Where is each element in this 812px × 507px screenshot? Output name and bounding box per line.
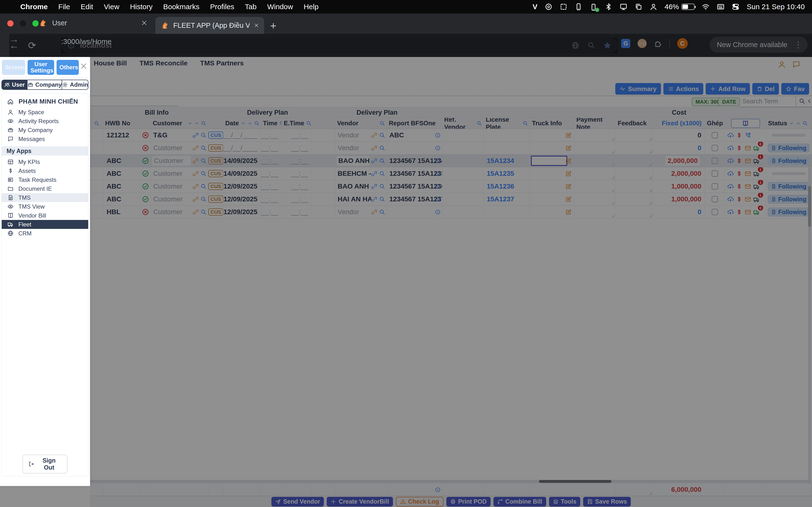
user-menu-list: My SpaceActivity ReportsMy CompanyMessag… [2, 108, 88, 144]
minimize-window-button[interactable] [20, 20, 26, 26]
display-icon[interactable] [620, 3, 627, 11]
my-apps-list: My KPIsAssetsTask RequestsDocument IETMS… [2, 157, 88, 238]
fleet-app: House BillTMS ReconcileTMS Partners Summ… [0, 57, 812, 507]
tab-user-title: User [52, 19, 67, 27]
app-item-tms-view[interactable]: TMS View [2, 202, 88, 211]
user-settings-sidebar: Screens User Settings Others UserCompany… [0, 57, 90, 486]
fast-user-switch-icon[interactable] [650, 3, 657, 11]
web-content: House BillTMS ReconcileTMS Partners Summ… [0, 57, 812, 507]
window-controls [7, 20, 39, 26]
profile-name: PHẠM MINH CHIẾN [18, 98, 78, 105]
macos-menu-bar: Chrome FileEditViewHistoryBookmarksProfi… [0, 0, 812, 13]
logout-icon [28, 461, 34, 467]
chat-icon [7, 136, 13, 142]
app-item-tms[interactable]: TMS [2, 193, 88, 202]
phone-device-icon[interactable] [575, 3, 582, 11]
modal-dim-overlay[interactable] [0, 57, 812, 507]
sidebar-item-activity-reports[interactable]: Activity Reports [2, 117, 88, 125]
wifi-icon[interactable] [702, 3, 710, 11]
menu-bar-status: V ✓ 46% Sun 21 Sep 10:40 [532, 2, 812, 11]
eye-icon [7, 204, 13, 210]
menu-item-file[interactable]: File [58, 3, 70, 11]
app-item-assets[interactable]: Assets [2, 166, 88, 175]
dollar-icon [7, 168, 13, 174]
menu-item-view[interactable]: View [104, 3, 119, 11]
scope-segmented-control: UserCompanyAdmin [1, 80, 89, 90]
new-tab-button[interactable]: + [270, 20, 276, 32]
menu-item-bookmarks[interactable]: Bookmarks [163, 3, 199, 11]
record-icon[interactable] [545, 3, 552, 11]
tab-user[interactable]: User [39, 19, 147, 27]
globe-icon [7, 230, 13, 236]
person-icon [7, 109, 13, 115]
device-check-icon[interactable]: ✓ [590, 2, 597, 11]
segment-user[interactable]: User [2, 80, 27, 89]
datatp-logo-icon [39, 19, 47, 27]
tab-fleet-app[interactable]: FLEET APP (App Điều Vận) | D [155, 17, 264, 34]
sidebar-top-tabs: Screens User Settings Others [2, 60, 79, 75]
battery-indicator[interactable]: 46% [665, 3, 695, 11]
sign-out-button[interactable]: Sign Out [22, 455, 67, 473]
input-menu-icon[interactable] [717, 3, 724, 11]
segment-company[interactable]: Company [27, 80, 62, 89]
bluetooth-icon[interactable] [605, 3, 612, 11]
datatp-logo-icon [161, 21, 169, 30]
eye-icon [7, 118, 13, 124]
menu-item-profiles[interactable]: Profiles [210, 3, 234, 11]
sidebar-item-my-company[interactable]: My Company [2, 125, 88, 134]
app-item-vendor-bill[interactable]: Vendor Bill [2, 211, 88, 220]
chrome-tab-strip: User FLEET APP (App Điều Vận) | D + [0, 13, 812, 34]
url-text: localhost:3000/ws/Home [80, 41, 112, 50]
tab-screens[interactable]: Screens [2, 60, 25, 75]
docline-icon [7, 194, 13, 201]
battery-icon [681, 4, 695, 10]
app-item-fleet[interactable]: Fleet [2, 220, 88, 229]
stage-manager-icon[interactable] [635, 3, 642, 11]
book-icon [7, 213, 13, 219]
menu-app-name[interactable]: Chrome [20, 3, 48, 11]
divider [0, 78, 90, 78]
folder-icon [7, 186, 13, 192]
tab-fleet-close-icon[interactable] [254, 22, 259, 29]
my-apps-header: My Apps [2, 146, 88, 156]
grid-icon [7, 159, 13, 165]
tab-others[interactable]: Others [57, 60, 79, 75]
card-icon [7, 177, 13, 183]
menu-bar-clock[interactable]: Sun 21 Sep 10:40 [747, 3, 805, 11]
zoom-window-button[interactable] [33, 20, 39, 26]
app-item-my-kpis[interactable]: My KPIs [2, 157, 88, 166]
menu-item-tab[interactable]: Tab [245, 3, 256, 11]
sidebar-item-messages[interactable]: Messages [2, 134, 88, 144]
tab-fleet-title: FLEET APP (App Điều Vận) | D [173, 21, 250, 30]
v-logo-icon[interactable]: V [532, 3, 538, 11]
menu-item-edit[interactable]: Edit [81, 3, 93, 11]
gear-icon [62, 82, 68, 88]
case-icon [7, 127, 13, 133]
people-icon [4, 82, 10, 88]
control-center-icon[interactable] [732, 3, 740, 11]
omnibox[interactable]: localhost:3000/ws/Home [61, 38, 617, 53]
close-sidebar-icon[interactable] [80, 62, 88, 70]
app-item-task-requests[interactable]: Task Requests [2, 175, 88, 184]
screenshot-icon[interactable] [560, 3, 567, 11]
menu-item-help[interactable]: Help [304, 3, 318, 11]
tab-user-close-icon[interactable] [141, 20, 147, 26]
menu-item-history[interactable]: History [130, 3, 152, 11]
tab-user-settings[interactable]: User Settings [28, 60, 54, 75]
app-item-document-ie[interactable]: Document IE [2, 184, 88, 193]
segment-admin[interactable]: Admin [62, 80, 88, 89]
case-icon [28, 82, 33, 88]
screen: Chrome FileEditViewHistoryBookmarksProfi… [0, 0, 812, 507]
menu-bar-left: Chrome FileEditViewHistoryBookmarksProfi… [0, 3, 329, 11]
sidebar-item-my-space[interactable]: My Space [2, 108, 88, 117]
chrome-toolbar: ← → ⟳ localhost:3000/ws/Home G C New Chr… [0, 34, 812, 57]
app-item-crm[interactable]: CRM [2, 229, 88, 238]
home-icon [7, 98, 14, 105]
profile-item[interactable]: PHẠM MINH CHIẾN [2, 95, 88, 108]
battery-percent: 46% [665, 3, 679, 11]
sidebar-panel: PHẠM MINH CHIẾN My SpaceActivity Reports… [1, 93, 89, 476]
truck-icon [7, 221, 13, 227]
close-window-button[interactable] [7, 20, 13, 26]
menu-items: FileEditViewHistoryBookmarksProfilesTabW… [58, 3, 329, 11]
menu-item-window[interactable]: Window [267, 3, 293, 11]
